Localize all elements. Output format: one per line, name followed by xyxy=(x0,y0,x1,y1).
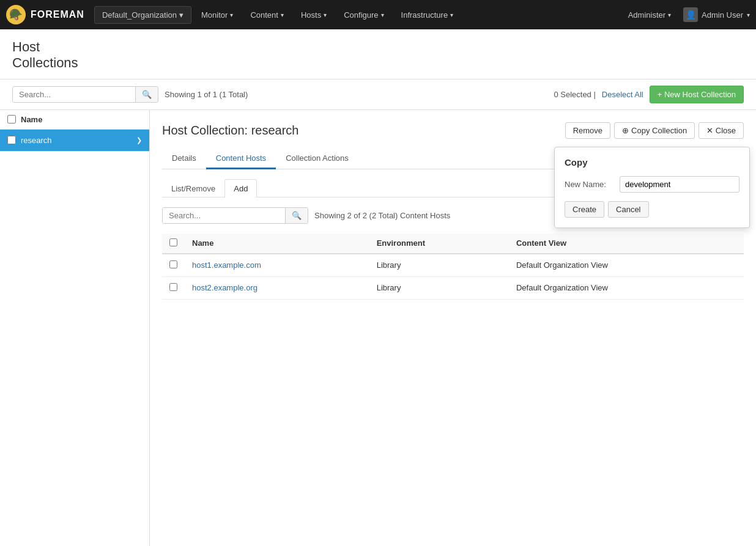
copy-collection-button[interactable]: ⊕ Copy Collection xyxy=(614,122,695,139)
sidebar-item-research[interactable]: research ❯ xyxy=(0,130,149,152)
org-caret: ▾ xyxy=(179,10,183,20)
table-header-environment: Environment xyxy=(369,234,509,254)
copy-cancel-button[interactable]: Cancel xyxy=(608,201,648,218)
showing-info: Showing 1 of 1 (1 Total) xyxy=(165,90,547,99)
content-area: Host Collection: research Remove ⊕ Copy … xyxy=(150,110,756,546)
org-label: Default_Organization xyxy=(102,10,177,20)
top-navigation: 🪖 FOREMAN Default_Organization ▾ Monitor… xyxy=(0,0,756,29)
copy-new-name-label: New Name: xyxy=(565,180,613,189)
sidebar-header: Name xyxy=(0,110,149,130)
nav-administer[interactable]: Administer ▾ xyxy=(621,7,678,23)
inner-search-button[interactable]: 🔍 xyxy=(285,208,308,223)
toolbar-right: 0 Selected | Deselect All + New Host Col… xyxy=(554,86,744,103)
main-layout: Name research ❯ Host Collection: researc… xyxy=(0,110,756,546)
copy-popover: Copy New Name: Create Cancel xyxy=(554,147,750,228)
table-header-content-view: Content View xyxy=(509,234,744,254)
admin-label: Admin User xyxy=(702,10,743,20)
copy-popover-title: Copy xyxy=(565,157,739,168)
copy-new-name-input[interactable] xyxy=(620,176,739,193)
sidebar-item-label: research xyxy=(21,136,136,145)
collection-title: Host Collection: research xyxy=(162,124,298,138)
sub-tab-list-remove[interactable]: List/Remove xyxy=(162,179,224,197)
copy-create-button[interactable]: Create xyxy=(565,201,604,218)
copy-icon: ⊕ xyxy=(622,126,629,135)
brand-logo[interactable]: 🪖 FOREMAN xyxy=(6,5,84,24)
host-environment: Library xyxy=(369,254,509,277)
hosts-table: Name Environment Content View host1.exam… xyxy=(162,234,744,300)
tab-collection-actions[interactable]: Collection Actions xyxy=(276,149,358,169)
tab-details[interactable]: Details xyxy=(162,149,206,169)
collection-header: Host Collection: research Remove ⊕ Copy … xyxy=(162,122,744,139)
org-selector[interactable]: Default_Organization ▾ xyxy=(94,6,191,24)
chevron-right-icon: ❯ xyxy=(136,136,142,144)
page-header: Host Collections xyxy=(0,29,756,79)
host-content-view: Default Organization View xyxy=(509,276,744,299)
sub-tab-add[interactable]: Add xyxy=(224,179,257,197)
admin-avatar: 👤 xyxy=(683,7,698,22)
copy-button-row: Create Cancel xyxy=(565,201,739,218)
host-content-view: Default Organization View xyxy=(509,254,744,277)
collection-actions: Remove ⊕ Copy Collection ✕ Close xyxy=(565,122,744,139)
topnav-right: Administer ▾ 👤 Admin User ▾ xyxy=(621,7,750,23)
top-menu: Default_Organization ▾ Monitor ▾ Content… xyxy=(94,6,621,24)
main-toolbar: 🔍 Showing 1 of 1 (1 Total) 0 Selected | … xyxy=(0,79,756,110)
page-title: Host Collections xyxy=(12,39,744,72)
row-checkbox[interactable] xyxy=(169,283,177,291)
remove-button[interactable]: Remove xyxy=(565,122,610,139)
inner-search-box: 🔍 xyxy=(162,207,308,224)
table-row: host2.example.org Library Default Organi… xyxy=(162,276,744,299)
admin-user-menu[interactable]: 👤 Admin User ▾ xyxy=(683,7,750,22)
host-name-link[interactable]: host1.example.com xyxy=(192,260,261,270)
row-checkbox[interactable] xyxy=(169,260,177,268)
table-row: host1.example.com Library Default Organi… xyxy=(162,254,744,277)
search-input[interactable] xyxy=(13,87,135,102)
nav-monitor[interactable]: Monitor ▾ xyxy=(194,7,240,23)
nav-infrastructure[interactable]: Infrastructure ▾ xyxy=(394,7,461,23)
inner-search-input[interactable] xyxy=(163,208,285,223)
close-button[interactable]: ✕ Close xyxy=(699,122,744,139)
sidebar: Name research ❯ xyxy=(0,110,150,546)
tab-content-hosts[interactable]: Content Hosts xyxy=(206,149,276,169)
new-host-collection-button[interactable]: + New Host Collection xyxy=(650,86,744,103)
search-button[interactable]: 🔍 xyxy=(135,87,158,102)
nav-content[interactable]: Content ▾ xyxy=(243,7,291,23)
host-name-link[interactable]: host2.example.org xyxy=(192,283,258,292)
brand-name: FOREMAN xyxy=(31,9,84,20)
deselect-all-link[interactable]: Deselect All xyxy=(602,90,643,99)
selected-count: 0 Selected | xyxy=(554,90,595,99)
nav-configure[interactable]: Configure ▾ xyxy=(336,7,391,23)
table-select-all-checkbox[interactable] xyxy=(169,238,177,246)
sidebar-select-all-checkbox[interactable] xyxy=(7,115,16,124)
search-box: 🔍 xyxy=(12,86,158,103)
sidebar-column-label: Name xyxy=(21,115,42,124)
foreman-icon: 🪖 xyxy=(6,5,26,24)
inner-showing-info: Showing 2 of 2 (2 Total) Content Hosts xyxy=(314,211,579,220)
table-header-name: Name xyxy=(185,234,369,254)
table-header-row: Name Environment Content View xyxy=(162,234,744,254)
copy-form-row: New Name: xyxy=(565,176,739,193)
table-header-checkbox-col xyxy=(162,234,185,254)
host-environment: Library xyxy=(369,276,509,299)
nav-hosts[interactable]: Hosts ▾ xyxy=(294,7,334,23)
sidebar-item-checkbox[interactable] xyxy=(7,136,16,144)
